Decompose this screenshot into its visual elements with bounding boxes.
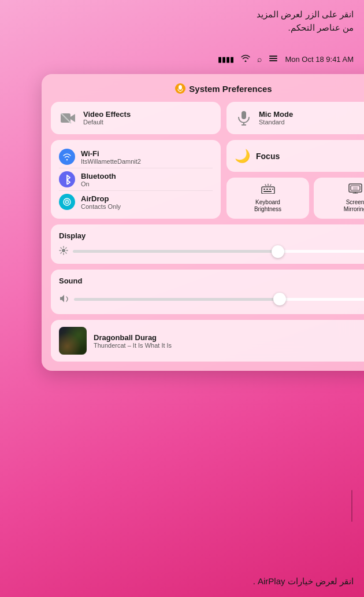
- svg-rect-2: [269, 60, 277, 61]
- search-menubar-icon[interactable]: ⌕: [257, 54, 262, 64]
- album-art: [59, 327, 87, 355]
- wifi-sublabel: ItsWillametteDamnit2: [81, 158, 141, 165]
- middle-row: Wi-Fi ItsWillametteDamnit2 Bluetooth On: [51, 140, 364, 219]
- menu-bar: ▮▮▮▮ ⌕ Mon Oct 18 9:41 AM: [0, 51, 364, 67]
- svg-rect-1: [269, 58, 277, 59]
- now-playing-tile: Dragonball Durag Thundercat – It Is What…: [51, 320, 364, 362]
- video-effects-tile[interactable]: Video Effects Default: [51, 102, 221, 134]
- wifi-item[interactable]: Wi-Fi ItsWillametteDamnit2: [59, 146, 213, 168]
- video-effects-sublabel: Default: [83, 119, 131, 126]
- svg-point-3: [179, 85, 182, 90]
- screen-mirroring-icon: [348, 183, 362, 197]
- right-column: 🌙 Focus: [226, 140, 364, 219]
- svg-rect-15: [266, 189, 268, 190]
- network-tile: Wi-Fi ItsWillametteDamnit2 Bluetooth On: [51, 140, 221, 219]
- airplay-indicator-line: [351, 490, 352, 522]
- screen-mirroring-tile[interactable]: ScreenMirroring: [314, 178, 364, 219]
- svg-point-12: [66, 201, 68, 202]
- focus-label: Focus: [256, 152, 280, 161]
- top-annotation: انقر على الزر لعرض المزيد من عناصر التحك…: [257, 8, 354, 34]
- brightness-icon: [59, 246, 68, 257]
- svg-line-33: [66, 253, 67, 254]
- volume-icon: [59, 294, 69, 305]
- svg-rect-14: [263, 189, 265, 190]
- wifi-menubar-icon: [241, 54, 250, 64]
- focus-icon: 🌙: [235, 149, 250, 164]
- svg-line-35: [61, 253, 62, 254]
- svg-rect-13: [262, 187, 274, 194]
- panel-title: System Preferences: [51, 83, 364, 94]
- wifi-icon: [59, 149, 75, 165]
- svg-rect-17: [272, 189, 273, 190]
- svg-line-34: [66, 248, 67, 249]
- svg-line-32: [61, 248, 62, 249]
- svg-rect-18: [263, 191, 272, 192]
- track-artist: Thundercat – It Is What It Is: [94, 342, 358, 349]
- svg-rect-0: [269, 56, 277, 57]
- focus-tile[interactable]: 🌙 Focus: [226, 140, 364, 172]
- video-effects-icon: [59, 109, 77, 127]
- top-row: Video Effects Default Mic Mode: [51, 102, 364, 134]
- svg-line-20: [265, 185, 266, 186]
- bluetooth-label: Bluetooth: [81, 172, 116, 180]
- mic-mode-sublabel: Standard: [259, 119, 293, 126]
- mic-mode-icon: [235, 109, 253, 127]
- bluetooth-item[interactable]: Bluetooth On: [59, 168, 213, 190]
- svg-rect-26: [353, 187, 358, 190]
- battery-icon: ▮▮▮▮: [218, 55, 234, 64]
- screen-mirroring-label: ScreenMirroring: [344, 199, 364, 213]
- display-label: Display: [59, 231, 364, 240]
- airdrop-label: AirDrop: [81, 194, 121, 203]
- bluetooth-icon: [59, 171, 75, 187]
- control-center-panel: System Preferences Video Effects Default: [42, 74, 364, 371]
- keyboard-brightness-label: KeyboardBrightness: [254, 199, 281, 213]
- airdrop-icon: [59, 194, 75, 210]
- menu-bar-datetime: Mon Oct 18 9:41 AM: [285, 55, 354, 64]
- sound-label: Sound: [59, 277, 364, 285]
- keyboard-brightness-tile[interactable]: KeyboardBrightness: [226, 178, 309, 219]
- brightness-slider[interactable]: [73, 250, 364, 253]
- wifi-label: Wi-Fi: [81, 149, 141, 158]
- track-title: Dragonball Durag: [94, 333, 358, 342]
- keyboard-brightness-icon: [261, 183, 275, 197]
- panel-title-icon: [175, 83, 185, 94]
- display-section: Display: [51, 224, 364, 264]
- video-effects-label: Video Effects: [83, 110, 131, 119]
- mic-mode-tile[interactable]: Mic Mode Standard: [226, 102, 364, 134]
- controls-menubar-icon[interactable]: [269, 54, 278, 64]
- svg-point-27: [62, 249, 65, 252]
- bluetooth-sublabel: On: [81, 180, 116, 187]
- volume-slider[interactable]: [74, 298, 364, 301]
- svg-rect-7: [242, 111, 246, 119]
- svg-line-21: [270, 185, 271, 186]
- sound-section: Sound: [51, 270, 364, 314]
- airdrop-item[interactable]: AirDrop Contacts Only: [59, 190, 213, 213]
- svg-rect-16: [269, 189, 271, 190]
- bottom-annotation: انقر لعرض خيارات AirPlay .: [253, 576, 354, 587]
- mic-mode-label: Mic Mode: [259, 110, 293, 119]
- airdrop-sublabel: Contacts Only: [81, 203, 121, 210]
- small-tiles-row: KeyboardBrightness: [226, 178, 364, 219]
